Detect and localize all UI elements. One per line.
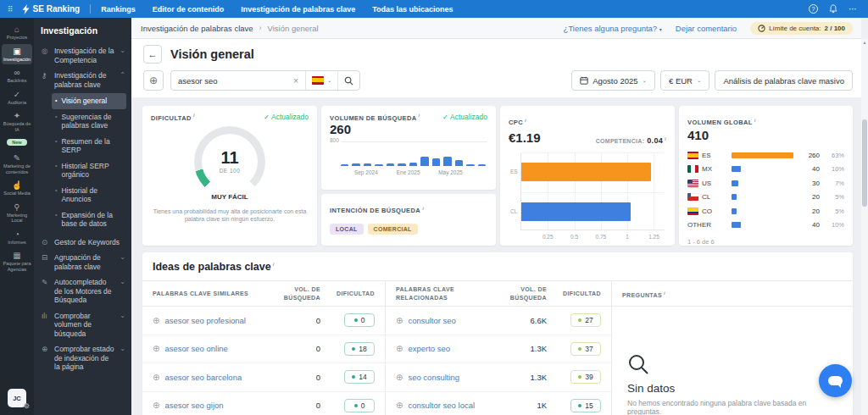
difficulty-badge: 39 [570, 370, 601, 384]
keyword-link[interactable]: asesor seo profesional [164, 316, 246, 325]
sidebar-item-autocompletado[interactable]: ✎ Autocompletado de los Motores de Búsqu… [41, 274, 126, 308]
main-content: ← Visión general ⊕ asesor seo × ⌄ [131, 39, 868, 415]
info-icon[interactable]: i [754, 118, 756, 123]
add-keyword-icon[interactable]: ⊕ [153, 344, 159, 353]
add-keyword-icon[interactable]: ⊕ [153, 316, 159, 325]
keyword-link[interactable]: consultor seo [408, 316, 456, 325]
questions-panel: PREGUNTASi Sin datos No hemos encontrado… [612, 281, 853, 415]
keyword-link[interactable]: experto seo [408, 344, 450, 353]
rail-item-proyectos[interactable]: ⌂Proyectos [2, 22, 32, 43]
more-menu-icon[interactable]: ⋯ [849, 4, 858, 14]
info-icon[interactable]: i [419, 113, 420, 118]
breadcrumb-item-keyword-research[interactable]: Investigación de palabras clave [141, 24, 253, 33]
rail-item-investigacion[interactable]: ▣Investigación [2, 44, 32, 65]
info-icon[interactable]: i [665, 136, 666, 141]
sidebar-item-competencia[interactable]: ◎ Investigación de la Competencia ⌄ [41, 43, 126, 68]
add-keyword-icon[interactable]: ⊕ [153, 401, 159, 410]
add-keyword-icon[interactable]: ⊕ [396, 344, 403, 353]
keyword-link[interactable]: consultor seo local [408, 401, 475, 410]
live-chat-button[interactable] [819, 364, 852, 397]
competitor-research-target-icon: ◎ [42, 47, 50, 55]
submenu-resumen-serp[interactable]: •Resumen de la SERP [52, 134, 126, 158]
add-keyword-icon[interactable]: ⊕ [396, 401, 403, 410]
metric-cards-row: DIFICULTADi ✓ Actualizado 11 DE 100 MUY … [131, 97, 868, 246]
global-volume-bar [732, 222, 741, 228]
rail-item-marketing-contenidos[interactable]: ✎Marketing de contenidos [2, 151, 32, 177]
country-selector[interactable]: ⌄ [305, 71, 337, 90]
cpc-x-tick: 0.25 [542, 234, 554, 240]
info-icon[interactable]: i [422, 206, 424, 211]
info-icon[interactable]: i [273, 262, 275, 267]
chevron-down-icon: ▾ [659, 27, 662, 32]
col-header-difficulty[interactable]: DIFICULTAD [320, 290, 375, 296]
usa-flag-icon [687, 180, 698, 187]
clear-search-icon[interactable]: × [293, 76, 298, 86]
submenu-sugerencias[interactable]: •Sugerencias de palabras clave [52, 109, 126, 134]
sidebar-item-comprobar-indexacion[interactable]: ⊕ Comprobar estado de indexación de la p… [41, 341, 126, 375]
keyword-search-input[interactable]: asesor seo × [171, 71, 305, 90]
col-header-volume[interactable]: VOL. DE BÚSQUEDA [271, 285, 320, 301]
rail-item-informes[interactable]: ◔Informes [2, 227, 32, 248]
submenu-vision-general[interactable]: •Visión general [52, 93, 126, 109]
topnav-keyword-research[interactable]: Investigación de palabras clave [241, 5, 355, 14]
add-keyword-icon[interactable]: ⊕ [153, 373, 159, 382]
submenu-historial-serp[interactable]: •Historial SERP orgánico [52, 158, 126, 183]
volume-bar [409, 163, 417, 166]
user-avatar[interactable]: JC⚙ [8, 389, 26, 407]
search-submit-button[interactable] [337, 71, 359, 90]
scroll-up-arrow[interactable]: ▲ [861, 40, 868, 45]
info-icon[interactable]: i [193, 113, 195, 118]
info-icon[interactable]: i [664, 290, 665, 296]
topnav-rankings[interactable]: Rankings [101, 5, 136, 14]
info-icon[interactable]: i [525, 118, 526, 123]
global-volume-breakdown: ES 26063% MX 4010% US 307% CL 20 [687, 148, 844, 232]
any-questions-link[interactable]: ¿Tienes alguna pregunta? ▾ [564, 24, 662, 33]
global-volume-bar [732, 166, 741, 172]
sidebar-item-gestor-keywords[interactable]: ⊙ Gestor de Keywords [41, 235, 126, 251]
bulk-analysis-button[interactable]: Análisis de palabras clave masivo [715, 70, 853, 91]
topbar-actions: ? ⋯ [809, 4, 858, 14]
topnav-content-editor[interactable]: Editor de contenido [153, 5, 225, 14]
sidebar-item-comprobar-volumen[interactable]: ılı Comprobar volumen de búsqueda ⌄ [41, 308, 126, 342]
rail-item-social-media[interactable]: ☝Social Media [2, 178, 32, 199]
back-button[interactable]: ← [143, 45, 162, 64]
bullet-icon: • [55, 97, 57, 105]
leave-feedback-link[interactable]: Dejar comentario [676, 24, 737, 33]
col-header-related-keywords[interactable]: PALABRAS CLAVE RELACIONADAS [396, 285, 498, 301]
table-row: ⊕consultor seo 6.6K 27 [386, 307, 611, 335]
add-keyword-button[interactable]: ⊕ [143, 70, 164, 91]
rail-item-marketing-local[interactable]: ⚲Marketing Local [2, 200, 32, 226]
col-header-similar-keywords[interactable]: PALABRAS CLAVE SIMILARES [153, 290, 271, 297]
account-limit-badge[interactable]: Límite de cuenta: 2 / 100 [750, 22, 853, 35]
help-icon[interactable]: ? [809, 4, 818, 14]
settings-gear-icon[interactable]: ⚙ [24, 402, 30, 410]
keyword-link[interactable]: seo consulting [408, 373, 459, 382]
keyword-link[interactable]: asesor seo online [164, 344, 227, 353]
brand-logo[interactable]: SE Ranking [22, 4, 81, 14]
rail-item-busqueda-ia[interactable]: ✦Búsqueda de IANew [2, 108, 32, 150]
add-keyword-icon[interactable]: ⊕ [396, 373, 403, 382]
submenu-historial-anuncios[interactable]: •Historial de Anuncios [52, 183, 126, 208]
sidebar-item-agrupacion[interactable]: ⊟ Agrupación de palabras clave ⌄ [41, 250, 126, 274]
add-keyword-icon[interactable]: ⊕ [396, 316, 403, 325]
period-selector[interactable]: Agosto 2025 ⌄ [571, 70, 655, 91]
rail-item-auditoria[interactable]: ✓Auditoría [2, 87, 32, 108]
rail-item-backlinks[interactable]: ∞Backlinks [2, 65, 32, 86]
notifications-bell-icon[interactable] [829, 4, 837, 14]
scrollbar-thumb[interactable] [862, 119, 867, 207]
intent-badge-comercial: COMERCIAL [368, 224, 418, 235]
calendar-icon [580, 76, 588, 85]
keyword-link[interactable]: asesor seo gijon [164, 401, 223, 410]
app-launcher-icon[interactable]: ⠿ [8, 5, 14, 14]
cpc-bar [521, 202, 631, 221]
top-bar: ⠿ SE Ranking Rankings Editor de contenid… [0, 0, 868, 18]
rail-item-paquete-agencias[interactable]: ▦Paquete para Agencias [2, 248, 32, 274]
window-scrollbar[interactable]: ▲ [861, 39, 868, 415]
col-header-volume[interactable]: VOL. DE BÚSQUEDA [498, 285, 547, 301]
submenu-expansion-base-datos[interactable]: •Expansión de la base de datos [52, 208, 126, 232]
col-header-difficulty[interactable]: DIFICULTAD [547, 290, 601, 296]
sidebar-item-palabras-clave[interactable]: ⚷ Investigación de palabras clave ⌃ [41, 68, 126, 92]
topnav-all-locations[interactable]: Todas las ubicaciones [372, 5, 453, 14]
keyword-link[interactable]: asesor seo barcelona [164, 373, 242, 382]
currency-selector[interactable]: € EUR ⌄ [660, 70, 709, 91]
